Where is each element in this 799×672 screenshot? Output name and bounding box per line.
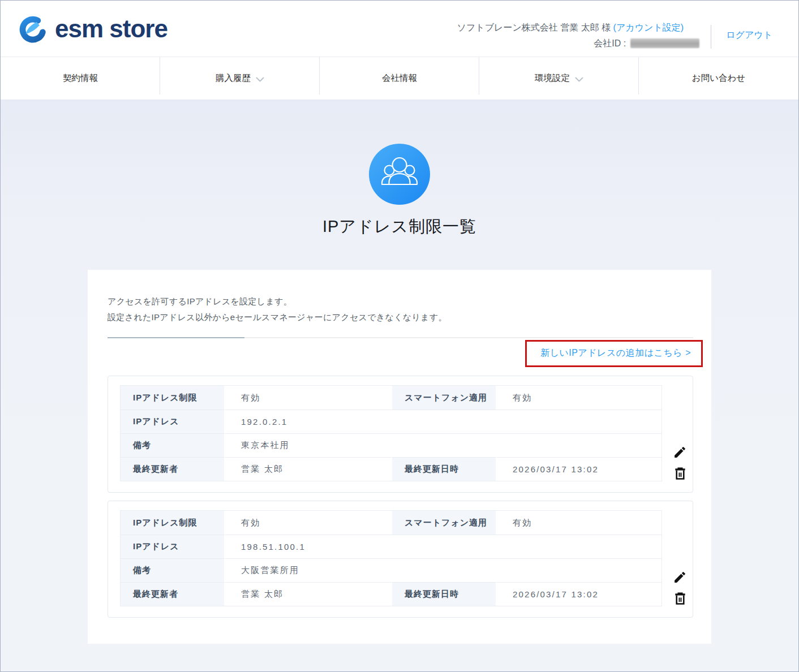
header: esm store ソフトブレーン株式会社 営業 太郎 様 (アカウント設定) … xyxy=(1,1,798,57)
table-row: IPアドレス制限 有効 スマートフォン適用 有効 xyxy=(121,386,661,410)
ip-restriction-value: 有効 xyxy=(225,511,391,535)
chevron-down-icon xyxy=(256,77,264,83)
ip-restriction-value: 有効 xyxy=(225,386,391,410)
ip-record-table: IPアドレス制限 有効 スマートフォン適用 有効 IPアドレス 192.0.2.… xyxy=(120,385,662,481)
main-nav: 契約情報 購入履歴 会社情報 環境設定 お問い合わせ xyxy=(1,57,798,100)
nav-label: 会社情報 xyxy=(382,72,417,84)
ip-restriction-label: IPアドレス制限 xyxy=(121,511,225,535)
hero: IPアドレス制限一覧 xyxy=(1,144,798,238)
nav-label: 購入履歴 xyxy=(216,72,251,84)
account-settings-link[interactable]: (アカウント設定) xyxy=(613,23,684,32)
smartphone-apply-label: スマートフォン適用 xyxy=(391,511,497,535)
nav-item-contact[interactable]: お問い合わせ xyxy=(639,57,798,100)
annotation-highlight-box: 新しいIPアドレスの追加はこちら > xyxy=(525,340,703,367)
note-label: 備考 xyxy=(121,558,225,582)
nav-item-environment-settings[interactable]: 環境設定 xyxy=(479,57,639,100)
table-row: IPアドレス制限 有効 スマートフォン適用 有効 xyxy=(121,511,661,535)
ip-record-table: IPアドレス制限 有効 スマートフォン適用 有効 IPアドレス 198.51.1… xyxy=(120,510,662,606)
company-id-redacted xyxy=(630,38,699,48)
last-updated-by-value: 営業 太郎 xyxy=(225,457,391,481)
record-actions xyxy=(672,570,688,606)
company-id-label: 会社ID : xyxy=(594,36,626,51)
last-updated-by-label: 最終更新者 xyxy=(121,457,225,481)
table-row: 最終更新者 営業 太郎 最終更新日時 2026/03/17 13:02 xyxy=(121,582,661,606)
note-label: 備考 xyxy=(121,433,225,457)
record-actions xyxy=(672,445,688,481)
ip-record-2: IPアドレス制限 有効 スマートフォン適用 有効 IPアドレス 198.51.1… xyxy=(108,501,693,618)
ip-record-1: IPアドレス制限 有効 スマートフォン適用 有効 IPアドレス 192.0.2.… xyxy=(108,376,693,493)
divider-accent-segment xyxy=(108,337,244,338)
page-title: IPアドレス制限一覧 xyxy=(1,216,798,238)
description-line-2: 設定されたIPアドレス以外からeセールスマネージャーにアクセスできなくなります。 xyxy=(108,309,693,325)
last-updated-at-value: 2026/03/17 13:02 xyxy=(497,457,661,481)
section-divider xyxy=(108,337,693,338)
content-card: アクセスを許可するIPアドレスを設定します。 設定されたIPアドレス以外からeセ… xyxy=(88,270,711,644)
last-updated-by-value: 営業 太郎 xyxy=(225,582,391,606)
last-updated-at-value: 2026/03/17 13:02 xyxy=(497,582,661,606)
page-description: アクセスを許可するIPアドレスを設定します。 設定されたIPアドレス以外からeセ… xyxy=(108,294,693,325)
nav-item-company-info[interactable]: 会社情報 xyxy=(320,57,479,100)
header-user-area: ソフトブレーン株式会社 営業 太郎 様 (アカウント設定) 会社ID : ログア… xyxy=(457,7,784,51)
smartphone-apply-value: 有効 xyxy=(497,386,661,410)
edit-icon[interactable] xyxy=(672,570,688,585)
last-updated-at-label: 最終更新日時 xyxy=(391,582,497,606)
logout-link[interactable]: ログアウト xyxy=(726,29,772,41)
table-row: 備考 東京本社用 xyxy=(121,433,661,457)
ip-address-value: 198.51.100.1 xyxy=(225,535,661,558)
table-row: 備考 大阪営業所用 xyxy=(121,558,661,582)
ip-restriction-label: IPアドレス制限 xyxy=(121,386,225,410)
ip-address-label: IPアドレス xyxy=(121,410,225,433)
logo[interactable]: esm store xyxy=(18,13,167,45)
logo-text: esm store xyxy=(55,15,167,43)
user-name-line: ソフトブレーン株式会社 営業 太郎 様 (アカウント設定) xyxy=(457,20,700,35)
delete-icon[interactable] xyxy=(672,466,688,481)
description-line-1: アクセスを許可するIPアドレスを設定します。 xyxy=(108,294,693,309)
main-content: IPアドレス制限一覧 アクセスを許可するIPアドレスを設定します。 設定されたI… xyxy=(1,100,798,671)
note-value: 東京本社用 xyxy=(225,433,661,457)
edit-icon[interactable] xyxy=(672,445,688,460)
nav-label: 環境設定 xyxy=(535,72,570,84)
nav-item-purchase-history[interactable]: 購入履歴 xyxy=(160,57,320,100)
ip-address-label: IPアドレス xyxy=(121,535,225,558)
delete-icon[interactable] xyxy=(672,591,688,606)
add-ip-address-link[interactable]: 新しいIPアドレスの追加はこちら > xyxy=(540,348,691,357)
user-name: ソフトブレーン株式会社 営業 太郎 様 xyxy=(457,23,613,32)
group-icon xyxy=(369,144,430,205)
company-id-line: 会社ID : xyxy=(457,36,700,51)
table-row: IPアドレス 192.0.2.1 xyxy=(121,410,661,433)
logo-icon xyxy=(18,13,48,45)
nav-item-contract-info[interactable]: 契約情報 xyxy=(1,57,160,100)
user-info: ソフトブレーン株式会社 営業 太郎 様 (アカウント設定) 会社ID : xyxy=(457,7,700,51)
smartphone-apply-value: 有効 xyxy=(497,511,661,535)
table-row: 最終更新者 営業 太郎 最終更新日時 2026/03/17 13:02 xyxy=(121,457,661,481)
note-value: 大阪営業所用 xyxy=(225,558,661,582)
page: esm store ソフトブレーン株式会社 営業 太郎 様 (アカウント設定) … xyxy=(0,0,799,672)
ip-address-value: 192.0.2.1 xyxy=(225,410,661,433)
nav-label: 契約情報 xyxy=(63,72,98,84)
last-updated-by-label: 最終更新者 xyxy=(121,582,225,606)
add-link-row: 新しいIPアドレスの追加はこちら > xyxy=(108,338,693,367)
table-row: IPアドレス 198.51.100.1 xyxy=(121,535,661,558)
header-divider xyxy=(711,25,711,49)
nav-label: お問い合わせ xyxy=(692,72,745,84)
chevron-down-icon xyxy=(575,77,583,83)
last-updated-at-label: 最終更新日時 xyxy=(391,457,497,481)
smartphone-apply-label: スマートフォン適用 xyxy=(391,386,497,410)
